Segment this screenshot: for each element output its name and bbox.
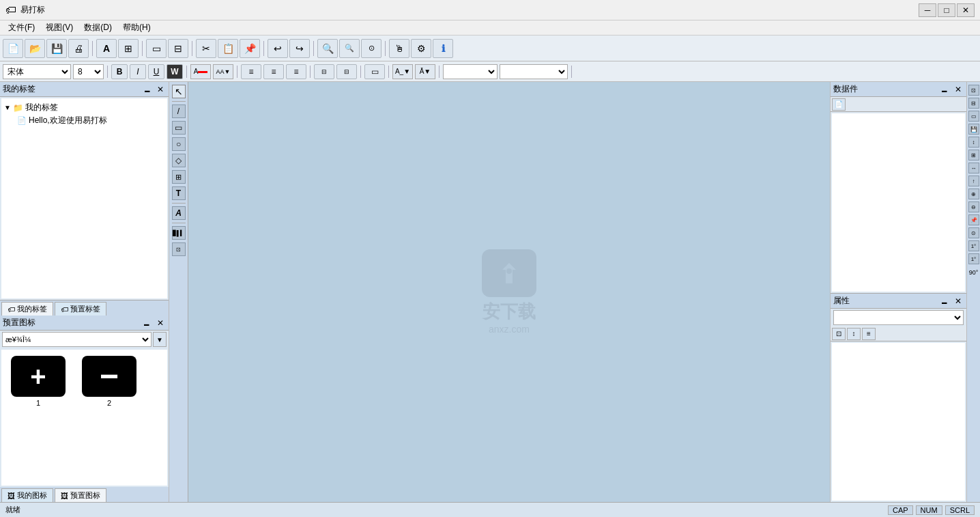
close-button[interactable]: ✕ xyxy=(957,3,975,17)
tool-select[interactable]: ↖ xyxy=(172,85,186,98)
toolbar-rect1[interactable]: ▭ xyxy=(146,39,167,58)
align-right-button[interactable]: ≡ xyxy=(286,64,306,79)
rs-btn-10[interactable]: ⊖ xyxy=(968,201,979,212)
spacing1-button[interactable]: ⊟ xyxy=(314,64,334,79)
icon-filter-select[interactable]: æ¥¾Î¼ xyxy=(2,332,152,347)
fmt-combo1[interactable] xyxy=(443,64,498,79)
font-select[interactable]: 宋体 xyxy=(3,64,71,79)
icon-filter-dropdown-arrow[interactable]: ▼ xyxy=(153,332,167,347)
tag-panel-pin[interactable]: 🗕 xyxy=(141,85,154,94)
data-panel-pin[interactable]: 🗕 xyxy=(938,85,951,94)
rs-btn-8[interactable]: ↑ xyxy=(968,176,979,186)
attr-az-btn[interactable]: ↕ xyxy=(847,328,861,340)
rs-btn-3[interactable]: ▭ xyxy=(968,111,979,122)
tree-root[interactable]: ▼ 📁 我的标签 xyxy=(4,101,164,114)
data-panel-close[interactable]: ✕ xyxy=(953,85,964,94)
rs-btn-1[interactable]: ⊡ xyxy=(968,85,979,96)
word-button[interactable]: W xyxy=(167,64,183,79)
toolbar-new[interactable]: 📄 xyxy=(3,39,23,58)
rs-btn-7[interactable]: ↔ xyxy=(968,163,979,173)
tool-text[interactable]: T xyxy=(172,186,186,200)
tag-tab-my[interactable]: 🏷 我的标签 xyxy=(1,302,53,316)
toolbar-rect2[interactable]: ⊟ xyxy=(168,39,188,58)
maximize-button[interactable]: □ xyxy=(938,3,955,17)
strikethrough-button[interactable]: Ā▼ xyxy=(415,64,435,79)
rs-btn-4[interactable]: 💾 xyxy=(968,124,979,135)
rs-btn-6[interactable]: ⊞ xyxy=(968,150,979,160)
rs-btn-12[interactable]: ⊙ xyxy=(968,227,979,238)
title-bar-left: 🏷 易打标 xyxy=(5,4,45,16)
tool-text-a[interactable]: A xyxy=(172,206,186,220)
icon-tab-my[interactable]: 🖼 我的图标 xyxy=(1,488,53,502)
tool-ellipse[interactable]: ○ xyxy=(172,137,186,151)
tag-panel-close[interactable]: ✕ xyxy=(155,85,166,94)
fmt-combo2[interactable] xyxy=(500,64,568,79)
icon-panel-close[interactable]: ✕ xyxy=(155,318,166,328)
toolbar-redo[interactable]: ↪ xyxy=(289,39,310,58)
toolbar-settings[interactable]: ⚙ xyxy=(411,39,431,58)
watermark-text: 安下载 xyxy=(482,300,536,324)
tool-diamond[interactable]: ◇ xyxy=(172,154,186,167)
tag-tabs: 🏷 我的标签 🏷 预置标签 xyxy=(0,301,169,316)
canvas-area[interactable]: 安下载 anxz.com xyxy=(188,82,830,502)
icon-item-2[interactable]: − 2 xyxy=(75,352,143,410)
menu-help[interactable]: 帮助(H) xyxy=(117,20,156,35)
icon-panel-pin[interactable]: 🗕 xyxy=(141,318,153,328)
align-left-button[interactable]: ≡ xyxy=(241,64,261,79)
font-aa-button[interactable]: AA▼ xyxy=(213,64,233,79)
align-center-button[interactable]: ≡ xyxy=(263,64,284,79)
font-color-button[interactable]: A xyxy=(190,64,211,79)
menu-view[interactable]: 视图(V) xyxy=(40,20,78,35)
toolbar-grid[interactable]: ⊞ xyxy=(118,39,139,58)
spacing2-button[interactable]: ⊟ xyxy=(336,64,357,79)
underline-button[interactable]: U xyxy=(148,64,164,79)
toolbar-cut[interactable]: ✂ xyxy=(196,39,216,58)
minimize-button[interactable]: ─ xyxy=(919,3,936,17)
rs-btn-2[interactable]: ⊟ xyxy=(968,98,979,109)
attr-dropdown[interactable] xyxy=(833,310,964,325)
separator-1 xyxy=(92,41,93,56)
toolbar-paste[interactable]: 📌 xyxy=(240,39,260,58)
attr-panel-pin[interactable]: 🗕 xyxy=(938,296,951,306)
toolbar-info[interactable]: ℹ xyxy=(433,39,453,58)
toolbar-copy[interactable]: 📋 xyxy=(218,39,238,58)
toolbar-open[interactable]: 📂 xyxy=(25,39,45,58)
tool-line[interactable]: / xyxy=(172,104,186,118)
tool-table[interactable]: ⊞ xyxy=(172,170,186,184)
rs-btn-13[interactable]: 1° xyxy=(968,240,979,251)
rs-btn-5[interactable]: ↕ xyxy=(968,137,979,148)
menu-data[interactable]: 数据(D) xyxy=(78,20,117,35)
toolbar-zoom-fit[interactable]: ⊙ xyxy=(361,39,381,58)
border-button[interactable]: ▭ xyxy=(364,64,385,79)
right-panel: 数据件 🗕 ✕ 📄 属性 🗕 ✕ xyxy=(830,82,966,502)
toolbar-undo[interactable]: ↩ xyxy=(268,39,288,58)
data-add-btn[interactable]: 📄 xyxy=(832,98,846,111)
icon-tab-preset[interactable]: 🖼 预置图标 xyxy=(55,488,106,502)
icon-item-1[interactable]: + 1 xyxy=(4,352,72,410)
rs-btn-11[interactable]: 📌 xyxy=(968,214,979,225)
attr-sort-btn[interactable]: ⊡ xyxy=(832,328,846,340)
tree-child-item[interactable]: 📄 Hello,欢迎使用易打标 xyxy=(4,114,164,127)
toolbar-print[interactable]: 🖨 xyxy=(68,39,89,58)
icon-plus-image: + xyxy=(11,356,66,397)
tool-rect[interactable]: ▭ xyxy=(172,121,186,135)
toolbar-zoom-out[interactable]: 🔍 xyxy=(339,39,360,58)
tag-tab-preset[interactable]: 🏷 预置标签 xyxy=(55,302,106,316)
bold-button[interactable]: B xyxy=(111,64,128,79)
italic-button[interactable]: I xyxy=(130,64,146,79)
attr-panel-close[interactable]: ✕ xyxy=(953,296,964,306)
attr-list-btn[interactable]: ≡ xyxy=(862,328,876,340)
tag-panel: 我的标签 🗕 ✕ ▼ 📁 我的标签 📄 Hello,欢迎使用易打标 xyxy=(0,82,169,301)
toolbar-pointer[interactable]: 🖱 xyxy=(389,39,409,58)
tree-expand-root[interactable]: ▼ xyxy=(4,104,11,111)
tool-barcode[interactable]: ▊▌▍ xyxy=(172,226,186,240)
rs-btn-9[interactable]: ⊕ xyxy=(968,188,979,199)
toolbar-text[interactable]: A xyxy=(96,39,117,58)
menu-file[interactable]: 文件(F) xyxy=(3,20,40,35)
underline-color-button[interactable]: A_▼ xyxy=(392,64,413,79)
toolbar-zoom-in[interactable]: 🔍 xyxy=(317,39,338,58)
rs-btn-14[interactable]: 1° xyxy=(968,253,979,264)
toolbar-save[interactable]: 💾 xyxy=(46,39,67,58)
tool-qr[interactable]: ⊡ xyxy=(172,242,186,256)
size-select[interactable]: 8 xyxy=(73,64,104,79)
